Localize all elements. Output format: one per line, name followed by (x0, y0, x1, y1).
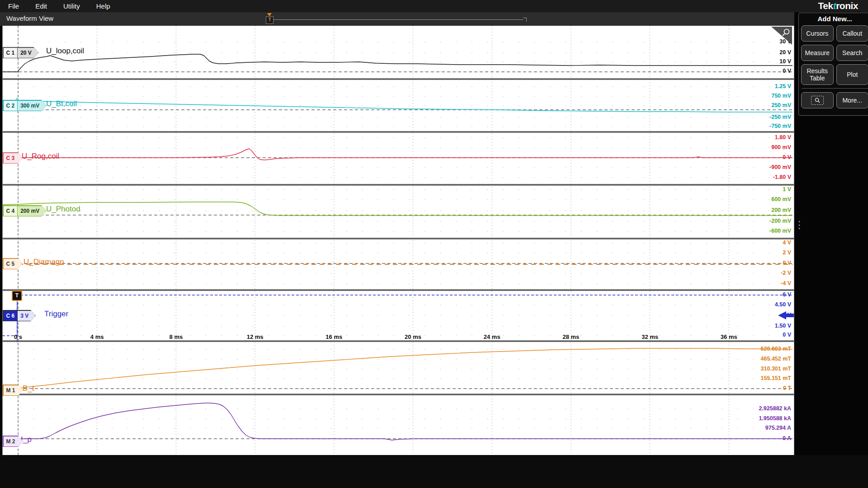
channel-flag-C2[interactable]: C 2300 mV (3, 100, 47, 111)
flag-id-C1: C 1 (4, 48, 18, 58)
menu-item-utility[interactable]: Utility (63, 2, 80, 10)
waveform-view-title: Waveform View (6, 14, 53, 22)
plot-overlays: T 30 V20 V10 V0 VC 120 VU_loop,coil1.25 … (2, 26, 794, 455)
sidebar-button-zoom-area[interactable] (801, 92, 834, 108)
channel-name-C3: U_Rog,coil (22, 152, 59, 161)
waveform-view-titlebar: Waveform View T (0, 12, 794, 26)
axis-label-C2: 750 mV (771, 93, 791, 99)
axis-label-C2: 250 mV (771, 102, 791, 108)
axis-label-C5: 0 V (783, 260, 791, 266)
time-axis-label: 28 ms (560, 333, 582, 340)
logo-pre: Tek (818, 0, 833, 11)
zoom-area-icon (811, 96, 824, 105)
axis-label-C4: -600 mV (769, 228, 791, 234)
axis-label-C5: -4 V (781, 280, 791, 286)
axis-label-C1: 10 V (779, 58, 791, 65)
menu-item-edit[interactable]: Edit (35, 2, 47, 10)
channel-flag-C3[interactable]: C 3 (3, 152, 23, 164)
menu-bar: FileEditUtilityHelp Tektronix (0, 0, 868, 12)
sidebar-button-cursors[interactable]: Cursors (801, 25, 834, 42)
axis-label-C6: 6 V (783, 291, 791, 298)
time-axis-label: 4 ms (86, 333, 108, 340)
right-sidebar: Add New... CursorsCalloutMeasureSearchRe… (798, 13, 868, 116)
flag-id-C4: C 4 (4, 206, 18, 216)
channel-flag-C6[interactable]: C 63 V (3, 310, 36, 321)
oscilloscope-app: FileEditUtilityHelp Tektronix Waveform V… (0, 0, 868, 488)
sidebar-row: CursorsCallout (801, 25, 868, 42)
sidebar-button-more[interactable]: More... (836, 92, 868, 108)
logo-post: ronix (836, 0, 858, 11)
sidebar-row: ResultsTablePlot (801, 64, 868, 85)
flag-scale-C4: 200 mV (17, 206, 46, 216)
axis-label-C5: 4 V (783, 239, 791, 246)
flag-id-M2: M 2 (4, 436, 23, 446)
axis-label-C6: 3 V (783, 312, 791, 318)
axis-label-C3: 0 V (783, 154, 791, 160)
axis-label-C4: 600 mV (771, 196, 791, 202)
channel-name-C6: Trigger (44, 310, 68, 319)
bottom-bar: Ch 1⚠Clipping5 V/div1 MΩ200 kHzBwCh 2⚠Cl… (0, 455, 868, 488)
channel-flag-C1[interactable]: C 120 V (3, 47, 38, 58)
time-axis-label: 16 ms (323, 333, 345, 340)
sidebar-divider (802, 88, 868, 89)
channel-name-M2: I_p (21, 435, 32, 444)
channel-name-C4: U_Photod (46, 205, 80, 214)
flag-id-M1: M 1 (4, 385, 23, 395)
trigger-position-icon[interactable]: T (266, 16, 274, 24)
flag-scale-C6: 3 V (17, 311, 35, 321)
flag-id-C5: C 5 (4, 259, 22, 269)
axis-label-M2: 975.294 A (765, 425, 791, 431)
channel-name-C1: U_loop,coil (46, 47, 84, 56)
axis-label-M2: 0 A (783, 435, 791, 441)
sidebar-row: More... (801, 92, 868, 108)
sidebar-row: MeasureSearch (801, 45, 868, 61)
channel-flag-M1[interactable]: M 1 (3, 385, 23, 396)
menu-items: FileEditUtilityHelp (8, 0, 110, 12)
axis-label-M2: 2.925882 kA (759, 405, 791, 412)
axis-label-C1: 0 V (783, 68, 791, 74)
time-axis-label: 20 ms (402, 333, 424, 340)
record-view-bracket (523, 18, 527, 22)
sidebar-button-search[interactable]: Search (836, 45, 868, 61)
sidebar-button-measure[interactable]: Measure (801, 45, 834, 61)
axis-label-C3: 1.80 V (775, 134, 791, 141)
axis-label-C3: 900 mV (771, 144, 791, 150)
time-axis-label: 12 ms (244, 333, 266, 340)
axis-label-M1: 620.603 mT (761, 346, 791, 352)
time-axis-label: 36 ms (718, 333, 740, 340)
panel-drag-handle[interactable]: ⋮ (794, 222, 804, 227)
channel-flag-C4[interactable]: C 4200 mV (3, 205, 47, 216)
channel-flag-C5[interactable]: C 5 (3, 258, 23, 269)
time-axis-label: 24 ms (481, 333, 503, 340)
menu-item-help[interactable]: Help (96, 2, 110, 10)
channel-name-M1: B_t (23, 384, 34, 393)
axis-label-C5: -2 V (781, 270, 791, 276)
flag-id-C3: C 3 (4, 153, 22, 163)
channel-flag-M2[interactable]: M 2 (3, 436, 23, 447)
axis-label-C3: -1.80 V (773, 174, 791, 180)
menu-item-file[interactable]: File (8, 2, 19, 10)
axis-label-C1: 20 V (779, 49, 791, 56)
axis-label-C6: 4.50 V (775, 301, 791, 308)
sidebar-button-results-table[interactable]: ResultsTable (801, 64, 834, 85)
axis-label-M1: 310.301 mT (761, 366, 791, 372)
axis-label-M1: 0 T (783, 385, 791, 391)
axis-label-C6: 0 V (783, 332, 791, 338)
trigger-position-arrow-icon[interactable] (267, 13, 272, 16)
sidebar-button-callout[interactable]: Callout (836, 25, 868, 42)
flag-id-C6: C 6 (4, 311, 18, 321)
waveform-graticule[interactable]: T 30 V20 V10 V0 VC 120 VU_loop,coil1.25 … (2, 26, 794, 455)
axis-label-C2: 1.25 V (775, 83, 791, 89)
trigger-level-marker[interactable]: T (12, 291, 22, 301)
channel-name-C5: U_Diamagn (24, 258, 64, 267)
sidebar-button-plot[interactable]: Plot (836, 64, 868, 85)
axis-label-C3: -900 mV (769, 164, 791, 170)
record-view-line (274, 19, 523, 20)
flag-scale-C2: 300 mV (17, 101, 46, 111)
axis-label-M1: 465.452 mT (761, 356, 791, 362)
flag-id-C2: C 2 (4, 101, 18, 111)
axis-label-C4: -200 mV (769, 218, 791, 224)
time-axis-label: 0 s (7, 333, 29, 340)
axis-label-C2: -250 mV (769, 114, 791, 120)
axis-label-M1: 155.151 mT (761, 375, 791, 381)
